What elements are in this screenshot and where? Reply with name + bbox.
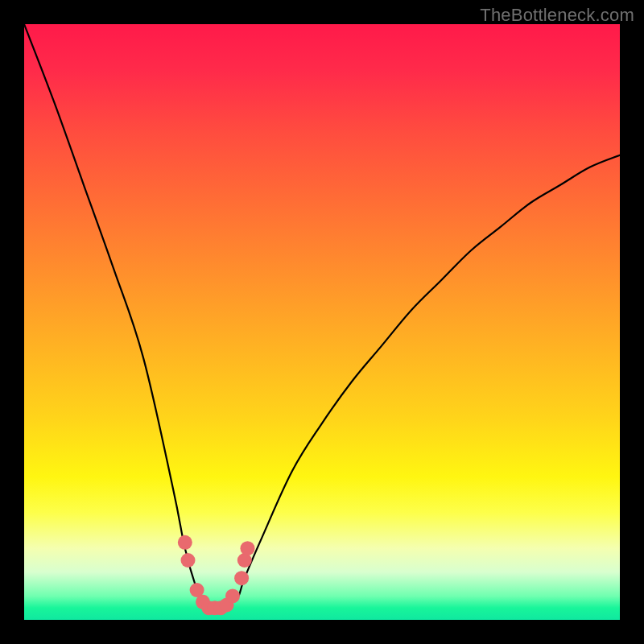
valley-marker-group: [178, 535, 255, 615]
bottleneck-curve: [24, 24, 620, 609]
valley-marker: [241, 541, 255, 555]
plot-area: [24, 24, 620, 620]
chart-svg: [24, 24, 620, 620]
valley-marker: [225, 588, 240, 603]
watermark-label: TheBottleneck.com: [480, 5, 634, 26]
valley-marker: [178, 535, 192, 550]
valley-marker: [234, 571, 249, 585]
chart-container: TheBottleneck.com: [0, 0, 644, 644]
valley-marker: [181, 553, 196, 568]
